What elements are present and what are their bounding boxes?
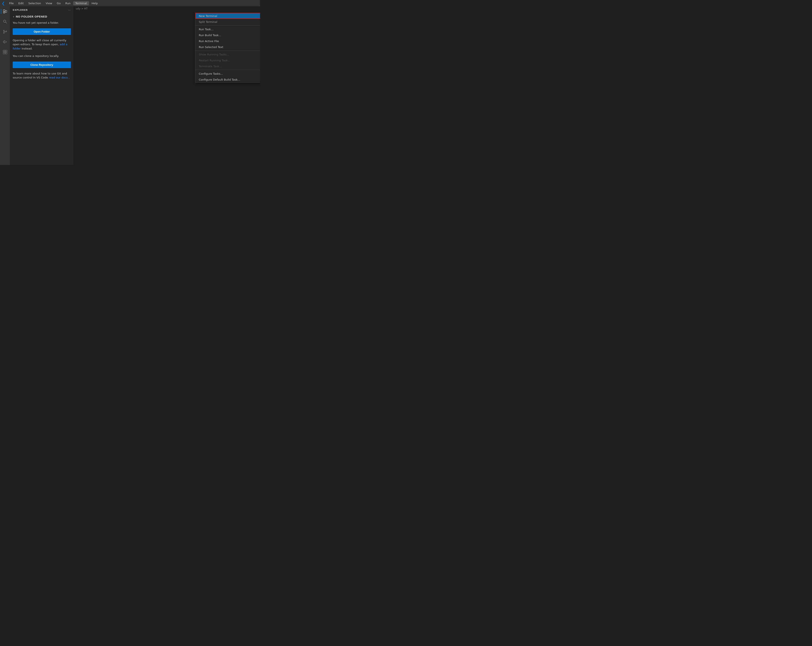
sidebar-section: ∨ NO FOLDER OPENED You have not yet open…	[10, 14, 73, 84]
menu-item-go[interactable]: Go	[55, 1, 63, 5]
configure-tasks-label: Configure Tasks...	[199, 72, 223, 75]
source-control-activity-icon[interactable]	[1, 27, 9, 36]
run-debug-activity-icon[interactable]	[1, 38, 9, 46]
restart-running-task-item[interactable]: Restart Running Task...	[195, 57, 260, 63]
run-selected-text-item[interactable]: Run Selected Text	[195, 44, 260, 50]
sidebar-header: EXPLORER ···	[10, 6, 73, 14]
new-terminal-item[interactable]: New Terminal Ctrl+Shift+`	[195, 13, 260, 19]
no-folder-label: NO FOLDER OPENED	[16, 15, 47, 18]
svg-rect-10	[3, 50, 5, 52]
new-terminal-label: New Terminal	[199, 14, 217, 18]
breadcrumb: udy > HT	[73, 6, 260, 11]
menu-item-run[interactable]: Run	[63, 1, 73, 5]
split-terminal-item[interactable]: Split Terminal Ctrl+Shift+5	[195, 19, 260, 25]
clone-repository-button[interactable]: Clone Repository	[13, 61, 71, 68]
no-folder-text: You have not yet opened a folder.	[13, 21, 71, 25]
open-folder-text2: instead.	[21, 47, 32, 50]
svg-rect-12	[3, 52, 5, 54]
run-build-task-label: Run Build Task...	[199, 34, 221, 37]
folder-heading: ∨ NO FOLDER OPENED	[13, 15, 71, 18]
extensions-icon	[3, 50, 8, 54]
split-terminal-label: Split Terminal	[199, 20, 217, 23]
menu-item-selection[interactable]: Selection	[26, 1, 43, 5]
svg-rect-0	[3, 10, 5, 12]
open-folder-button[interactable]: Open Folder	[13, 28, 71, 35]
menubar: ❮ File Edit Selection View Go Run Termin…	[0, 0, 260, 6]
chevron-down-icon: ∨	[13, 15, 14, 18]
activity-bar	[0, 6, 10, 165]
vscode-logo-icon: ❮	[2, 1, 5, 6]
clone-repo-text: You can clone a repository locally.	[13, 54, 71, 58]
run-active-file-item[interactable]: Run Active File	[195, 38, 260, 44]
configure-default-build-task-label: Configure Default Build Task...	[199, 78, 240, 81]
open-folder-text1: Opening a folder will close all currentl…	[13, 39, 66, 46]
read-docs-link[interactable]: read our docs	[49, 76, 68, 79]
terminal-dropdown-menu: New Terminal Ctrl+Shift+` Split Terminal…	[195, 13, 260, 83]
svg-point-5	[3, 30, 5, 31]
run-selected-text-label: Run Selected Text	[199, 46, 223, 49]
dropdown-overlay: New Terminal Ctrl+Shift+` Split Terminal…	[73, 6, 260, 165]
run-debug-icon	[3, 40, 8, 44]
show-running-tasks-item[interactable]: Show Running Tasks...	[195, 51, 260, 57]
content-area: udy > HT New Terminal Ctrl+Shift+` Split…	[73, 6, 260, 165]
run-task-item[interactable]: Run Task...	[195, 26, 260, 32]
menu-item-file[interactable]: File	[7, 1, 16, 5]
menu-item-help[interactable]: Help	[89, 1, 100, 5]
svg-rect-2	[3, 12, 5, 13]
explorer-activity-icon[interactable]	[1, 7, 9, 16]
source-control-icon	[3, 29, 8, 34]
sidebar-title: EXPLORER	[13, 9, 28, 11]
svg-line-4	[6, 22, 7, 23]
separator-3	[195, 70, 260, 70]
git-docs-text2: .	[69, 76, 70, 79]
svg-point-6	[3, 32, 5, 34]
run-task-label: Run Task...	[199, 28, 214, 31]
svg-point-7	[6, 31, 7, 32]
separator-1	[195, 25, 260, 26]
sidebar-more-icon[interactable]: ···	[68, 8, 71, 12]
svg-marker-9	[4, 41, 6, 43]
breadcrumb-text: udy > HT	[76, 7, 87, 10]
extensions-activity-icon[interactable]	[1, 48, 9, 56]
menu-item-terminal[interactable]: Terminal	[73, 1, 89, 5]
restart-running-task-label: Restart Running Task...	[199, 59, 230, 62]
configure-default-build-task-item[interactable]: Configure Default Build Task...	[195, 76, 260, 82]
run-active-file-label: Run Active File	[199, 40, 219, 43]
sidebar: EXPLORER ··· ∨ NO FOLDER OPENED You have…	[10, 6, 73, 165]
svg-rect-13	[5, 52, 7, 54]
separator-2	[195, 50, 260, 51]
menu-item-edit[interactable]: Edit	[16, 1, 26, 5]
main-layout: EXPLORER ··· ∨ NO FOLDER OPENED You have…	[0, 6, 260, 165]
explorer-icon	[3, 9, 8, 14]
search-activity-icon[interactable]	[1, 17, 9, 26]
terminate-task-item[interactable]: Terminate Task...	[195, 63, 260, 69]
configure-tasks-item[interactable]: Configure Tasks...	[195, 71, 260, 76]
open-folder-description: Opening a folder will close all currentl…	[13, 38, 71, 51]
search-icon	[3, 19, 8, 24]
menu-item-view[interactable]: View	[44, 1, 54, 5]
run-build-task-item[interactable]: Run Build Task... Ctrl+Shift+B	[195, 32, 260, 38]
terminate-task-label: Terminate Task...	[199, 65, 222, 68]
svg-rect-11	[5, 50, 7, 52]
svg-rect-1	[5, 11, 6, 12]
show-running-tasks-label: Show Running Tasks...	[199, 53, 229, 56]
git-docs-text: To learn more about how to use Git and s…	[13, 72, 71, 80]
svg-point-3	[3, 20, 6, 23]
